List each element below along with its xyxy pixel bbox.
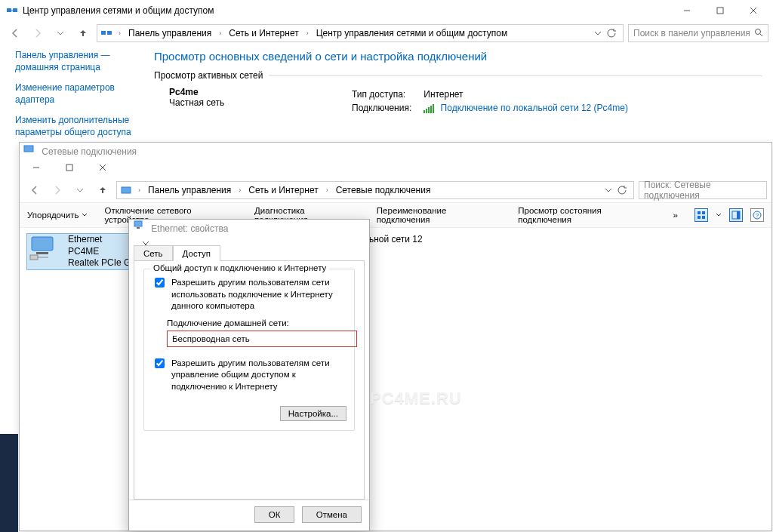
cancel-button[interactable]: Отмена xyxy=(302,506,362,523)
titlebar: Сетевые подключения xyxy=(20,143,771,178)
chevron-down-icon[interactable] xyxy=(594,29,602,37)
refresh-icon[interactable] xyxy=(617,185,627,195)
checkbox-input[interactable] xyxy=(155,358,165,368)
side-link-home[interactable]: Панель управления — домашняя страница xyxy=(15,50,143,73)
back-button[interactable] xyxy=(26,181,44,199)
window-title: Центр управления сетями и общим доступом xyxy=(23,5,670,16)
status-button[interactable]: Просмотр состояния подключения xyxy=(518,206,656,224)
chevron-right-icon: › xyxy=(303,29,312,37)
side-panel: Панель управления — домашняя страница Из… xyxy=(15,50,143,139)
address-bar: › Панель управления › Сеть и Интернет › … xyxy=(0,21,773,45)
recent-dropdown[interactable] xyxy=(51,24,69,42)
settings-button[interactable]: Настройка... xyxy=(280,406,346,421)
breadcrumb-segment[interactable]: Центр управления сетями и общим доступом xyxy=(313,26,511,40)
breadcrumb-tools xyxy=(594,28,620,38)
dialog-icon xyxy=(132,220,144,232)
refresh-icon[interactable] xyxy=(606,28,617,38)
svg-rect-11 xyxy=(698,216,701,219)
window-buttons xyxy=(20,157,771,178)
address-bar: › Панель управления › Сеть и Интернет › … xyxy=(20,178,771,202)
tab-network[interactable]: Сеть xyxy=(134,245,173,261)
home-connection-combo[interactable]: Беспроводная сеть xyxy=(167,331,357,347)
search-input[interactable]: Поиск: Сетевые подключения xyxy=(639,181,767,199)
minimize-button[interactable] xyxy=(670,0,704,21)
svg-rect-17 xyxy=(32,237,53,251)
group-label: Общий доступ к подключению к Интернету xyxy=(150,263,329,272)
connection-link[interactable]: Подключение по локальной сети 12 (Pc4me) xyxy=(441,103,628,113)
ok-button[interactable]: ОК xyxy=(254,506,295,523)
breadcrumb-segment[interactable]: Сеть и Интернет xyxy=(245,183,321,197)
app-icon xyxy=(6,5,18,17)
close-button[interactable] xyxy=(86,157,119,178)
network-name-block: Pc4me Частная сеть xyxy=(154,87,350,115)
section-label: Просмотр активных сетей xyxy=(154,70,263,81)
breadcrumb[interactable]: › Панель управления › Сеть и Интернет › … xyxy=(116,181,634,199)
search-icon xyxy=(754,28,763,39)
up-button[interactable] xyxy=(94,181,112,199)
more-button[interactable]: » xyxy=(673,211,678,220)
up-button[interactable] xyxy=(74,24,92,42)
chevron-down-icon[interactable] xyxy=(605,186,612,194)
back-button[interactable] xyxy=(6,24,24,42)
tab-access[interactable]: Доступ xyxy=(173,245,220,261)
recent-dropdown[interactable] xyxy=(71,181,89,199)
watermark: PC4ME.RU xyxy=(370,389,462,408)
svg-rect-6 xyxy=(24,146,33,152)
svg-rect-21 xyxy=(137,227,140,229)
breadcrumb-segment[interactable]: Сеть и Интернет xyxy=(226,26,301,40)
allow-sharing-checkbox[interactable]: Разрешить другим пользователям сети испо… xyxy=(152,277,346,312)
svg-rect-0 xyxy=(7,8,11,12)
maximize-button[interactable] xyxy=(53,157,86,178)
close-button[interactable] xyxy=(737,0,770,21)
tab-strip: Сеть Доступ xyxy=(129,241,369,261)
svg-rect-4 xyxy=(107,31,112,35)
breadcrumb-icon xyxy=(100,27,112,39)
ics-group: Общий доступ к подключению к Интернету Р… xyxy=(143,269,355,431)
breadcrumb-segment[interactable]: Панель управления xyxy=(125,26,214,40)
preview-pane-button[interactable] xyxy=(729,208,743,222)
checkbox-input[interactable] xyxy=(155,278,165,288)
forward-button[interactable] xyxy=(48,181,66,199)
ethernet-properties-dialog: Ethernet: свойства Сеть Доступ Общий дос… xyxy=(128,219,370,531)
titlebar: Ethernet: свойства xyxy=(129,220,369,241)
svg-rect-18 xyxy=(36,252,48,254)
network-center-window: Центр управления сетями и общим доступом… xyxy=(0,0,773,136)
help-button[interactable]: ? xyxy=(750,208,764,222)
active-network-row: Pc4me Частная сеть Тип доступа: Интернет… xyxy=(154,87,773,115)
divider xyxy=(269,75,762,76)
chevron-right-icon: › xyxy=(115,29,124,37)
side-link-adapter[interactable]: Изменение параметров адаптера xyxy=(15,82,143,106)
access-label: Тип доступа: xyxy=(352,88,422,100)
signal-icon xyxy=(423,103,435,113)
svg-rect-20 xyxy=(134,221,142,226)
minimize-button[interactable] xyxy=(20,157,53,178)
dialog-footer: ОК Отмена xyxy=(129,500,369,530)
search-input[interactable]: Поиск в панели управления xyxy=(628,24,768,42)
breadcrumb-segment[interactable]: Сетевые подключения xyxy=(333,183,434,197)
app-icon xyxy=(23,143,35,155)
chevron-right-icon: › xyxy=(323,186,331,194)
svg-rect-3 xyxy=(101,31,106,35)
maximize-button[interactable] xyxy=(704,0,737,21)
chevron-right-icon: › xyxy=(236,186,244,194)
chevron-down-icon[interactable] xyxy=(716,212,722,218)
section-header: Просмотр активных сетей xyxy=(154,70,762,81)
svg-rect-2 xyxy=(717,8,723,14)
breadcrumb-icon xyxy=(120,184,132,196)
svg-rect-10 xyxy=(702,211,705,214)
organize-button[interactable]: Упорядочить xyxy=(27,211,88,220)
network-kind: Частная сеть xyxy=(169,97,224,108)
search-placeholder: Поиск: Сетевые подключения xyxy=(644,180,762,201)
allow-control-checkbox[interactable]: Разрешить другим пользователям сети упра… xyxy=(152,358,346,393)
svg-point-5 xyxy=(756,29,761,34)
window-body: Панель управления — домашняя страница Из… xyxy=(0,45,773,139)
breadcrumb[interactable]: › Панель управления › Сеть и Интернет › … xyxy=(97,24,624,42)
side-link-sharing[interactable]: Изменить дополнительные параметры общего… xyxy=(15,115,143,138)
rename-button[interactable]: Переименование подключения xyxy=(377,206,501,224)
chevron-right-icon: › xyxy=(135,186,143,194)
connections-label: Подключения: xyxy=(352,102,422,114)
organize-label: Упорядочить xyxy=(27,211,79,220)
forward-button[interactable] xyxy=(29,24,47,42)
breadcrumb-segment[interactable]: Панель управления xyxy=(145,183,234,197)
view-layout-button[interactable] xyxy=(694,208,708,222)
